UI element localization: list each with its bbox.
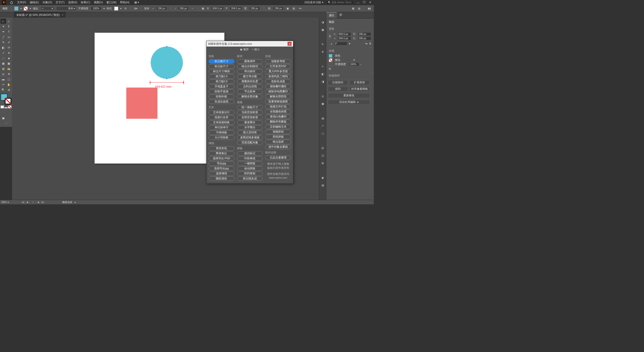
plugin-button[interactable]: 圆角插件 (237, 59, 263, 64)
plugin-button[interactable]: 段落行合并 (209, 115, 234, 120)
fill-swatch[interactable] (14, 7, 18, 11)
gradient-panel-icon[interactable]: ◧ (320, 71, 325, 76)
menu-effect[interactable]: 效果(C) (81, 1, 90, 4)
flip-v-icon[interactable]: ⇅ (369, 42, 371, 45)
plugin-button[interactable]: 天地盖盒子 (209, 84, 234, 89)
opacity-swatch[interactable] (329, 63, 332, 66)
plugin-button[interactable]: 页面适配对象 (237, 140, 263, 145)
hand-tool[interactable]: ✋ (6, 82, 12, 87)
color-panel-icon[interactable]: ◑ (320, 20, 325, 25)
zoom-tool[interactable]: 🔍 (1, 87, 6, 92)
selection-tool[interactable]: ▷ (1, 19, 6, 24)
y-input[interactable]: 284.5 px (338, 36, 351, 40)
fill-stroke-indicator[interactable] (1, 94, 12, 105)
plugin-button[interactable]: 随机填色 (209, 176, 234, 181)
plugin-button[interactable]: 点到点连线 (237, 84, 263, 89)
plugin-button[interactable]: 画刀版1.0 (209, 74, 234, 79)
quick-offset-path[interactable]: 位移路径 (328, 80, 348, 85)
plugin-button[interactable]: 插入页码等 (237, 130, 263, 135)
plugin-button[interactable]: 打开多页PDF (265, 64, 291, 69)
plugin-button[interactable]: 解散全部群组 (265, 94, 291, 99)
rectangle-shape[interactable] (126, 88, 157, 119)
lasso-tool[interactable]: ʢ (6, 24, 12, 29)
close-tab-icon[interactable]: × (62, 14, 63, 16)
plugin-button[interactable]: 建立等分圆 (237, 74, 263, 79)
radio-collapse[interactable]: ○ 缩小 (252, 48, 260, 51)
width-tool[interactable]: ≋ (6, 50, 12, 55)
column-graph-tool[interactable]: ▬ (1, 77, 6, 82)
first-artboard-button[interactable]: ⏮ (21, 201, 25, 204)
plugin-button[interactable]: 大小写转换 (209, 135, 234, 140)
menu-select[interactable]: 选择(S) (68, 1, 77, 4)
brushes-panel-icon[interactable]: ✎ (320, 42, 325, 47)
plugin-button[interactable]: 标注尺寸增强 (209, 69, 234, 74)
flip-h-icon[interactable]: ⇋ (365, 42, 368, 45)
reference-point-grid[interactable] (329, 34, 331, 38)
plugin-button[interactable]: 标注纵尺寸 (209, 64, 234, 69)
plugin-button[interactable]: 智能群组 (265, 130, 291, 134)
prev-artboard-button[interactable]: ◀ (25, 201, 29, 204)
panel-toggle-icon[interactable]: ▮▮ (367, 7, 371, 11)
slice-tool[interactable]: ✂ (1, 82, 6, 87)
plugin-button[interactable]: 创建参考线 (265, 59, 291, 64)
magic-wand-tool[interactable]: ✦ (1, 24, 6, 29)
symbol-sprayer-tool[interactable]: ✲ (6, 71, 12, 76)
symbols-panel-icon[interactable]: ✲ (320, 49, 325, 54)
mesh-tool[interactable]: ▩ (6, 61, 12, 66)
corner-icon[interactable]: ⌐ (191, 7, 195, 11)
stroke-color-swatch[interactable] (329, 58, 332, 62)
plugin-button[interactable]: 导出jpg (209, 161, 234, 166)
opacity-value[interactable]: 100% (91, 7, 101, 10)
layers-panel-icon[interactable]: ▤ (320, 116, 325, 121)
transform-ref-icon[interactable]: ▦ (201, 7, 205, 11)
plugin-button[interactable]: 水平两分 (237, 125, 263, 130)
direct-selection-tool[interactable]: ▹ (6, 19, 12, 24)
window-restore-icon[interactable]: ❐ (362, 1, 366, 4)
plugin-button[interactable]: 节点延伸 (237, 89, 263, 94)
plugin-button[interactable]: 移除叠印属性 (265, 84, 291, 89)
menu-view[interactable]: 视图(V) (94, 1, 103, 4)
dialog-close-button[interactable]: ✕ (288, 42, 292, 46)
menu-type[interactable]: 文字(T) (56, 1, 65, 4)
w2-value[interactable]: 296 px (249, 7, 260, 10)
plugin-button[interactable]: 自动拼版 (237, 166, 263, 171)
plugin-button[interactable]: 置入PDF多页面 (265, 69, 291, 74)
free-transform-tool[interactable]: ⬚ (1, 56, 6, 61)
perspective-tool[interactable]: ▦ (1, 61, 6, 66)
fx-button[interactable]: fx. (329, 67, 332, 70)
document-tab[interactable]: 未标题-1* @ 50% (RGB/GPU 预览) × (14, 12, 66, 18)
plugin-button[interactable]: 选中对象去重线 (265, 145, 291, 149)
plugin-button[interactable]: 标记线生成 (237, 176, 263, 181)
plugin-button[interactable]: 统一画板尺寸 (237, 105, 263, 110)
plugin-button[interactable]: 色标生成器 (265, 79, 291, 84)
style-swatch[interactable] (114, 7, 118, 11)
libraries-panel-icon[interactable]: ▤ (320, 183, 325, 188)
quick-recolor[interactable]: 重新着色 (328, 93, 370, 98)
script-plugin-dialog[interactable]: AI脚本插件合集-2.0-www.epinv.com ✕ ◉ 展开 ○ 缩小 包… (206, 41, 293, 184)
toggle-fill-stroke[interactable]: ⇄ (6, 87, 12, 92)
tab-properties[interactable]: 属性 (326, 12, 337, 18)
plugin-button[interactable]: 链接文件打包 (265, 104, 291, 109)
plugin-button[interactable]: 当前页加矩形 (237, 110, 263, 115)
x-input[interactable]: 658.5 px (338, 32, 351, 36)
lock-wh-icon[interactable]: ⋮ (262, 7, 266, 11)
plugin-button[interactable]: 画刀版2.0 (209, 79, 234, 84)
plugin-button[interactable]: 阵列复制 (237, 171, 263, 176)
angle-input[interactable]: 0° (334, 42, 347, 46)
window-close-icon[interactable]: ✕ (368, 1, 372, 4)
dialog-titlebar[interactable]: AI脚本插件合集-2.0-www.epinv.com ✕ (207, 41, 293, 47)
lock-aspect-icon[interactable]: ⋮ (169, 7, 173, 11)
transparency-panel-icon[interactable]: ◨ (320, 79, 325, 84)
appearance-panel-icon[interactable]: ◎ (320, 94, 325, 99)
align-panel-icon[interactable]: ⊟ (320, 145, 325, 150)
graphic-styles-panel-icon[interactable]: ▣ (320, 101, 325, 106)
color-modes[interactable] (1, 105, 12, 108)
screen-mode-tool[interactable]: ▣ (1, 115, 6, 121)
draw-modes[interactable] (1, 110, 12, 114)
menu-file[interactable]: 文件(F) (17, 1, 26, 4)
y-value[interactable]: 284.5 px (230, 7, 242, 10)
plugin-button[interactable]: 生成出血线 (209, 99, 234, 104)
plugin-button[interactable]: 选择增强 (209, 171, 234, 176)
x-value[interactable]: 658.5 px (211, 7, 223, 10)
plugin-button[interactable]: 印前角线 (237, 156, 263, 161)
